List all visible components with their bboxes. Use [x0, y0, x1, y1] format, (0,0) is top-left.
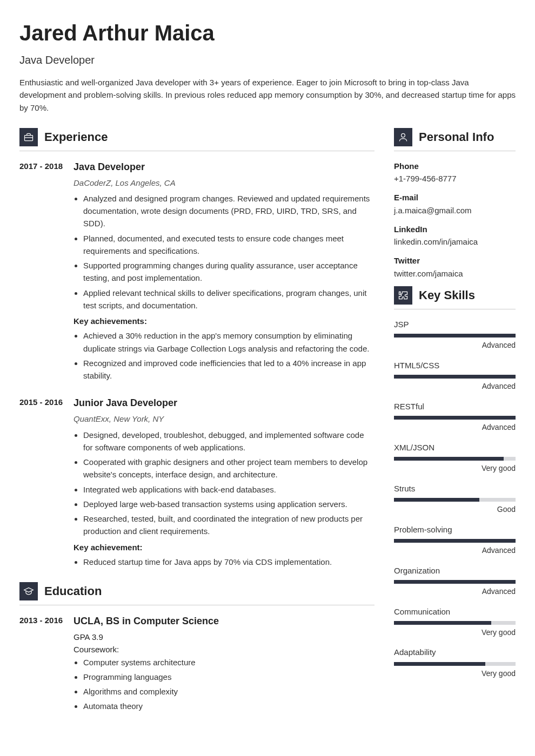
- skill-level: Advanced: [394, 381, 516, 393]
- skill-level: Advanced: [394, 422, 516, 434]
- role-title: Junior Java Developer: [73, 396, 374, 411]
- skill-level: Very good: [394, 668, 516, 680]
- briefcase-icon: [19, 128, 38, 146]
- date-range: 2013 - 2016: [19, 614, 64, 714]
- personal-info-heading: Personal Info: [419, 128, 494, 146]
- experience-heading: Experience: [44, 128, 108, 146]
- skill-item: XML/JSONVery good: [394, 441, 516, 475]
- info-label: Phone: [394, 160, 516, 172]
- skill-level: Advanced: [394, 545, 516, 557]
- main-column: Experience 2017 - 2018Java DeveloperDaCo…: [19, 128, 374, 727]
- job-title: Java Developer: [19, 52, 516, 69]
- info-label: E-mail: [394, 191, 516, 204]
- education-entry: 2013 - 2016UCLA, BS in Computer ScienceG…: [19, 614, 374, 714]
- skill-bar: [394, 375, 516, 379]
- bullet: Cooperated with graphic designers and ot…: [83, 456, 374, 481]
- info-label: LinkedIn: [394, 223, 516, 235]
- achievement-bullet: Reduced startup time for Java apps by 70…: [83, 556, 374, 568]
- info-value: twitter.com/jamaica: [394, 267, 516, 280]
- bullet: Analyzed and designed program changes. R…: [83, 192, 374, 230]
- info-block: LinkedInlinkedin.com/in/jamaica: [394, 223, 516, 248]
- info-value: +1-799-456-8777: [394, 172, 516, 185]
- achievements-label: Key achievement:: [73, 541, 374, 554]
- info-block: Phone+1-799-456-8777: [394, 160, 516, 185]
- skill-bar: [394, 662, 516, 666]
- bullet: Applied relevant technical skills to del…: [83, 287, 374, 312]
- skill-bar: [394, 621, 516, 625]
- degree-title: UCLA, BS in Computer Science: [73, 614, 374, 629]
- gpa: GPA 3.9: [73, 631, 374, 643]
- coursework-item: Computer systems architecture: [83, 656, 374, 669]
- skill-level: Advanced: [394, 340, 516, 352]
- skill-bar: [394, 580, 516, 584]
- skill-name: HTML5/CSS: [394, 359, 516, 372]
- skill-item: StrutsGood: [394, 482, 516, 516]
- bullet: Designed, developed, troubleshot, debugg…: [83, 429, 374, 454]
- bullet: Supported programming changes during qua…: [83, 259, 374, 285]
- person-name: Jared Arthur Maica: [19, 16, 516, 50]
- achievement-bullet: Recognized and improved code inefficienc…: [83, 357, 374, 382]
- experience-entry: 2015 - 2016Junior Java DeveloperQuantExx…: [19, 396, 374, 570]
- skill-bar: [394, 457, 516, 461]
- skill-item: RESTfulAdvanced: [394, 400, 516, 434]
- skill-bar: [394, 334, 516, 338]
- bullet: Planned, documented, and executed tests …: [83, 232, 374, 258]
- skill-name: Struts: [394, 482, 516, 495]
- skill-name: Communication: [394, 605, 516, 618]
- skill-name: JSP: [394, 318, 516, 330]
- graduation-cap-icon: [19, 582, 38, 600]
- bullet: Researched, tested, built, and coordinat…: [83, 512, 374, 538]
- company: DaCoderZ, Los Angeles, CA: [73, 177, 374, 189]
- skill-name: Problem-solving: [394, 523, 516, 536]
- info-label: Twitter: [394, 254, 516, 267]
- skill-level: Good: [394, 504, 516, 516]
- key-skills-header: Key Skills: [394, 286, 516, 309]
- skill-level: Very good: [394, 627, 516, 639]
- achievement-bullet: Achieved a 30% reduction in the app's me…: [83, 329, 374, 355]
- skill-item: AdaptabilityVery good: [394, 646, 516, 679]
- date-range: 2017 - 2018: [19, 160, 64, 384]
- bullet: Deployed large web-based transaction sys…: [83, 498, 374, 510]
- achievements-label: Key achievements:: [73, 315, 374, 327]
- svg-point-1: [402, 133, 405, 137]
- skill-item: OrganizationAdvanced: [394, 564, 516, 598]
- education-heading: Education: [44, 582, 102, 600]
- date-range: 2015 - 2016: [19, 396, 64, 570]
- company: QuantExx, New York, NY: [73, 413, 374, 425]
- skill-bar: [394, 416, 516, 420]
- info-block: E-mailj.a.maica@gmail.com: [394, 191, 516, 217]
- skill-bar: [394, 498, 516, 502]
- education-header: Education: [19, 582, 374, 605]
- skill-item: JSPAdvanced: [394, 318, 516, 352]
- info-value: j.a.maica@gmail.com: [394, 204, 516, 217]
- skill-item: HTML5/CSSAdvanced: [394, 359, 516, 393]
- skill-name: XML/JSON: [394, 441, 516, 454]
- bullet: Integrated web applications with back-en…: [83, 483, 374, 496]
- info-block: Twittertwitter.com/jamaica: [394, 254, 516, 280]
- skill-name: Adaptability: [394, 646, 516, 658]
- experience-header: Experience: [19, 128, 374, 151]
- skill-level: Very good: [394, 463, 516, 475]
- personal-info-header: Personal Info: [394, 128, 516, 151]
- info-value: linkedin.com/in/jamaica: [394, 235, 516, 248]
- key-skills-heading: Key Skills: [419, 286, 475, 305]
- svg-rect-0: [25, 135, 33, 140]
- skill-level: Advanced: [394, 586, 516, 598]
- skill-name: Organization: [394, 564, 516, 577]
- role-title: Java Developer: [73, 160, 374, 175]
- skill-item: Problem-solvingAdvanced: [394, 523, 516, 557]
- summary: Enthusiastic and well-organized Java dev…: [19, 76, 516, 114]
- coursework-label: Coursework:: [73, 643, 374, 656]
- skill-item: CommunicationVery good: [394, 605, 516, 639]
- person-icon: [394, 128, 412, 146]
- coursework-item: Programming languages: [83, 671, 374, 683]
- coursework-item: Automata theory: [83, 700, 374, 712]
- experience-entry: 2017 - 2018Java DeveloperDaCoderZ, Los A…: [19, 160, 374, 384]
- coursework-item: Algorithms and complexity: [83, 685, 374, 698]
- side-column: Personal Info Phone+1-799-456-8777E-mail…: [394, 128, 516, 727]
- skill-bar: [394, 539, 516, 543]
- skill-name: RESTful: [394, 400, 516, 413]
- puzzle-icon: [394, 286, 412, 305]
